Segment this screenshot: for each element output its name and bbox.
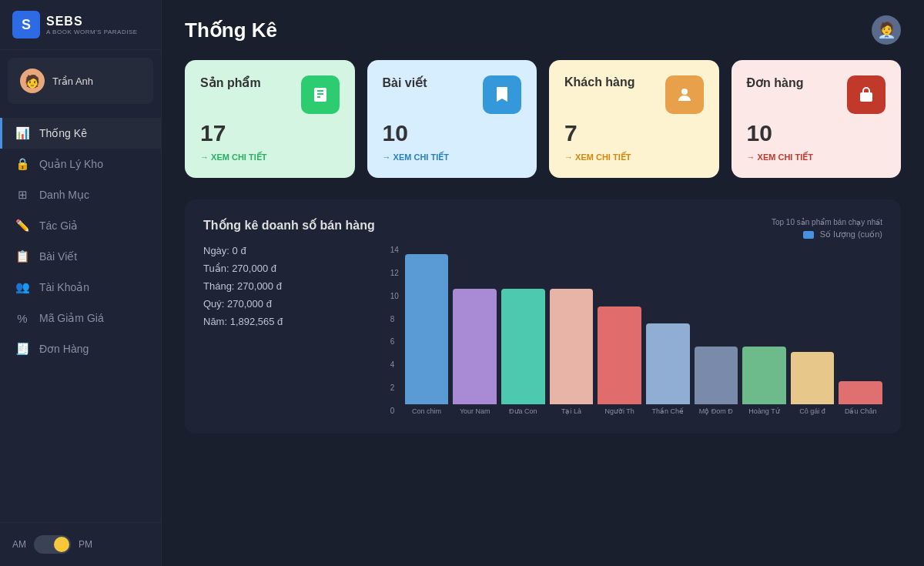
sidebar-item-tai-khoan[interactable]: 👥 Tài Khoản bbox=[0, 272, 161, 303]
bar-chart: Con chim Your Nam Đưa Con Tại Là Người T… bbox=[405, 246, 882, 415]
tai-khoan-icon: 👥 bbox=[15, 280, 30, 295]
stat-card-link-san-pham[interactable]: → XEM CHI TIẾT bbox=[200, 152, 340, 162]
bai-viet-icon: 📋 bbox=[15, 249, 30, 264]
stat-card-khach-hang: Khách hàng 7 → XEM CHI TIẾT bbox=[549, 60, 719, 178]
legend-dot bbox=[803, 231, 814, 239]
bar-label: Đưa Con bbox=[501, 407, 545, 415]
sidebar: S SEBS A BOOK WORM'S PARADISE 🧑 Trần Anh… bbox=[0, 0, 162, 566]
main-content: Thống Kê 🧑‍💼 Sản phẩm 17 → XEM CHI TIẾT … bbox=[162, 0, 924, 566]
page-title: Thống Kê bbox=[185, 18, 277, 42]
stat-card-link-don-hang[interactable]: → XEM CHI TIẾT bbox=[747, 152, 886, 162]
pm-label: PM bbox=[79, 539, 92, 550]
sidebar-item-quan-ly-kho[interactable]: 🔒 Quản Lý Kho bbox=[0, 149, 161, 179]
stat-card-header-bai-viet: Bài viết bbox=[383, 75, 522, 114]
thong-ke-icon: 📊 bbox=[15, 126, 30, 141]
svg-rect-5 bbox=[860, 92, 872, 102]
stat-card-icon-bai-viet bbox=[483, 75, 521, 114]
bar-label: Mộ Đom Đ bbox=[695, 407, 738, 415]
sidebar-item-ma-giam-gia[interactable]: % Mã Giảm Giá bbox=[0, 303, 161, 333]
chart-stats: Ngày: 0 đTuần: 270,000 đTháng: 270,000 đ… bbox=[203, 245, 375, 327]
y-axis-label: 12 bbox=[390, 269, 399, 277]
stat-card-header-don-hang: Đơn hàng bbox=[747, 75, 886, 114]
user-profile[interactable]: 🧑 Trần Anh bbox=[8, 58, 153, 104]
svg-point-4 bbox=[681, 89, 688, 95]
bar bbox=[646, 323, 690, 404]
bar-group: Hoàng Tử bbox=[742, 347, 786, 415]
sidebar-item-tac-gia[interactable]: ✏️ Tác Giả bbox=[0, 210, 161, 241]
am-label: AM bbox=[12, 539, 26, 550]
logo-subtitle: A BOOK WORM'S PARADISE bbox=[46, 28, 138, 35]
don-hang-icon: 🧾 bbox=[15, 341, 30, 357]
sidebar-item-thong-ke[interactable]: 📊 Thống Kê bbox=[0, 118, 161, 149]
stat-card-icon-don-hang bbox=[847, 75, 886, 114]
stat-card-icon-khach-hang bbox=[665, 75, 704, 114]
chart-wrapper: 02468101214 Con chim Your Nam Đưa Con Tạ… bbox=[390, 246, 882, 415]
y-axis-label: 6 bbox=[390, 337, 399, 346]
nav-label-ma-giam-gia: Mã Giảm Giá bbox=[39, 312, 104, 324]
y-axis-label: 8 bbox=[390, 315, 399, 323]
time-toggle[interactable]: 🌙 bbox=[34, 535, 71, 554]
nav-label-bai-viet: Bài Viết bbox=[39, 250, 77, 263]
stat-card-header-khach-hang: Khách hàng bbox=[564, 75, 704, 114]
bar-group: Your Nam bbox=[453, 289, 497, 415]
stat-card-number-bai-viet: 10 bbox=[383, 120, 522, 146]
logo-title: SEBS bbox=[46, 15, 138, 28]
nav-label-thong-ke: Thống Kê bbox=[39, 127, 87, 139]
bar-group: Dấu Chân bbox=[839, 381, 882, 415]
logo-text: SEBS A BOOK WORM'S PARADISE bbox=[46, 15, 138, 35]
sidebar-item-bai-viet[interactable]: 📋 Bài Viết bbox=[0, 241, 161, 272]
y-axis-label: 14 bbox=[390, 246, 399, 254]
legend-label: Số lượng (cuốn) bbox=[820, 229, 882, 239]
stat-card-link-khach-hang[interactable]: → XEM CHI TIẾT bbox=[564, 152, 704, 162]
stat-card-number-san-pham: 17 bbox=[200, 120, 340, 146]
bar bbox=[405, 254, 449, 404]
bar-group: Mộ Đom Đ bbox=[695, 347, 738, 415]
bar-label: Dấu Chân bbox=[839, 407, 882, 415]
bar-label: Thần Chế bbox=[646, 407, 690, 415]
bar bbox=[742, 347, 786, 404]
bar bbox=[598, 306, 641, 404]
bar bbox=[550, 289, 594, 404]
y-axis: 02468101214 bbox=[390, 246, 399, 415]
chart-title: Thống kê doanh số bán hàng bbox=[203, 218, 375, 233]
top-right-avatar[interactable]: 🧑‍💼 bbox=[872, 15, 901, 45]
bar-label: Cô gái đ bbox=[791, 407, 835, 415]
nav-menu: 📊 Thống Kê 🔒 Quản Lý Kho ⊞ Danh Mục ✏️ T… bbox=[0, 112, 161, 522]
nav-label-tai-khoan: Tài Khoản bbox=[39, 281, 89, 293]
stat-card-title-bai-viet: Bài viết bbox=[383, 75, 427, 90]
stat-card-icon-san-pham bbox=[301, 75, 340, 114]
bar-label: Your Nam bbox=[453, 407, 497, 415]
stat-card-link-bai-viet[interactable]: → XEM CHI TIẾT bbox=[383, 152, 522, 162]
bar bbox=[453, 289, 497, 404]
bar bbox=[695, 347, 738, 404]
sidebar-item-danh-muc[interactable]: ⊞ Danh Mục bbox=[0, 179, 161, 210]
sidebar-logo: S SEBS A BOOK WORM'S PARADISE bbox=[0, 0, 161, 50]
stat-card-san-pham: Sản phẩm 17 → XEM CHI TIẾT bbox=[185, 60, 355, 178]
stat-card-number-don-hang: 10 bbox=[747, 120, 886, 146]
bar-label: Hoàng Tử bbox=[742, 407, 786, 415]
stat-card-number-khach-hang: 7 bbox=[564, 120, 704, 146]
toggle-knob: 🌙 bbox=[54, 537, 69, 552]
sidebar-item-don-hang[interactable]: 🧾 Đơn Hàng bbox=[0, 333, 161, 364]
bar bbox=[501, 289, 545, 404]
ma-giam-gia-icon: % bbox=[15, 310, 30, 326]
y-axis-label: 4 bbox=[390, 360, 399, 369]
chart-right: Top 10 sản phẩm bán chạy nhất Số lượng (… bbox=[390, 218, 882, 415]
bar bbox=[791, 352, 835, 404]
stat-card-header-san-pham: Sản phẩm bbox=[200, 75, 340, 114]
stat-card-bai-viet: Bài viết 10 → XEM CHI TIẾT bbox=[367, 60, 537, 178]
chart-section: Thống kê doanh số bán hàng Ngày: 0 đTuần… bbox=[185, 199, 901, 434]
nav-label-danh-muc: Danh Mục bbox=[39, 189, 89, 201]
chart-stat-item: Năm: 1,892,565 đ bbox=[203, 316, 375, 327]
y-axis-label: 0 bbox=[390, 407, 399, 415]
bar-group: Tại Là bbox=[550, 289, 594, 415]
user-name: Trần Anh bbox=[52, 75, 93, 87]
tac-gia-icon: ✏️ bbox=[15, 218, 30, 233]
sidebar-bottom: AM 🌙 PM bbox=[0, 522, 161, 566]
bar-label: Tại Là bbox=[550, 407, 594, 415]
chart-stat-item: Ngày: 0 đ bbox=[203, 245, 375, 256]
bar-group: Đưa Con bbox=[501, 289, 545, 415]
danh-muc-icon: ⊞ bbox=[15, 187, 30, 203]
chart-top-label: Top 10 sản phẩm bán chạy nhất bbox=[390, 218, 882, 226]
chart-stat-item: Tháng: 270,000 đ bbox=[203, 280, 375, 292]
